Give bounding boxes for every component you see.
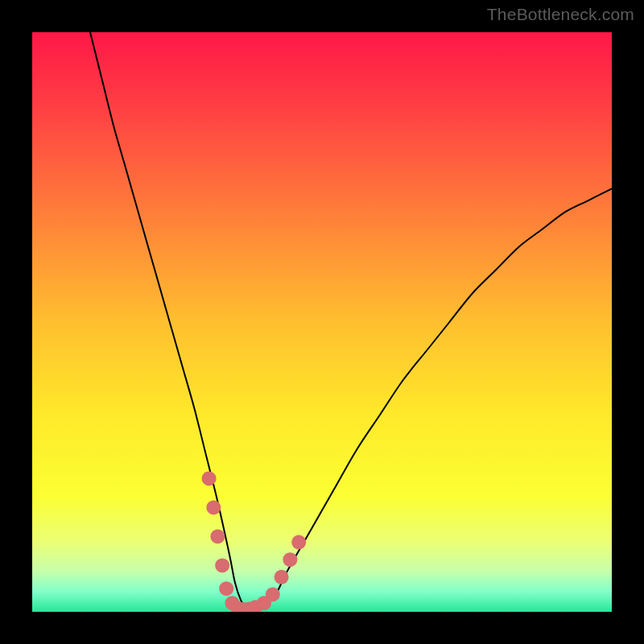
marker-group [202,471,307,612]
marker-point [283,552,297,567]
curve-layer [32,32,612,612]
marker-point [266,587,280,601]
marker-point [210,529,225,543]
marker-point [275,570,289,584]
chart-frame: TheBottleneck.com [0,0,644,644]
marker-point [215,558,229,572]
marker-point [291,535,306,550]
plot-area [32,32,612,612]
watermark-text: TheBottleneck.com [487,5,634,24]
bottleneck-curve [90,32,612,609]
marker-point [202,471,217,485]
marker-point [219,581,233,596]
marker-point [206,500,221,514]
